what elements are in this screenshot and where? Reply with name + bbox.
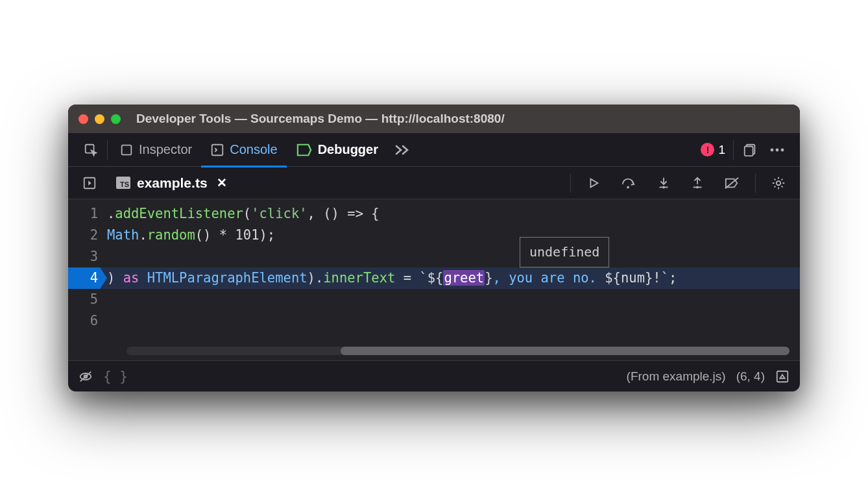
error-badge[interactable]: 1 (695, 143, 730, 157)
line-number-breakpoint[interactable]: 4 (68, 267, 107, 289)
file-tab-name: example.ts (137, 175, 208, 191)
svg-point-7 (781, 148, 784, 151)
separator (107, 140, 108, 160)
line-number[interactable]: 1 (68, 203, 107, 225)
line-number[interactable]: 5 (68, 289, 107, 310)
tab-console[interactable]: Console (201, 133, 286, 167)
status-bar: { } (From example.js) (6, 4) (68, 360, 800, 391)
blackbox-icon[interactable] (78, 360, 93, 392)
code-line[interactable]: 6 (68, 310, 800, 332)
code-line[interactable]: 2 Math.random() * 101); (68, 225, 800, 246)
separator (755, 173, 756, 193)
minimize-window-button[interactable] (95, 114, 104, 124)
zoom-window-button[interactable] (111, 114, 121, 124)
tab-console-label: Console (230, 142, 277, 157)
code-line[interactable]: 5 (68, 289, 800, 310)
code-content[interactable]: Math.random() * 101); (107, 225, 800, 246)
deactivate-breakpoints-button[interactable] (717, 176, 746, 190)
debugger-settings-button[interactable] (765, 176, 792, 190)
error-icon (701, 143, 714, 156)
svg-point-10 (662, 186, 665, 188)
close-tab-icon[interactable]: ✕ (217, 175, 227, 190)
tab-debugger[interactable]: Debugger (287, 133, 387, 167)
tab-inspector-label: Inspector (139, 142, 192, 157)
source-map-icon[interactable] (775, 360, 790, 392)
window-controls (78, 114, 121, 124)
overflow-tabs-icon[interactable] (387, 133, 417, 167)
tab-inspector[interactable]: Inspector (110, 133, 201, 167)
code-line[interactable]: 3 (68, 246, 800, 267)
dock-mode-icon[interactable] (736, 133, 764, 167)
svg-point-11 (696, 186, 699, 188)
step-over-button[interactable] (614, 176, 644, 190)
code-line[interactable]: 1 .addEventListener('click', () => { (68, 203, 800, 225)
resume-button[interactable] (580, 176, 607, 190)
code-content[interactable] (107, 289, 800, 310)
variable-tooltip: undefined (520, 237, 609, 267)
svg-point-12 (777, 180, 780, 184)
devtools-window: Developer Tools — Sourcemaps Demo — http… (68, 105, 800, 391)
hover-token-greet[interactable]: greet (443, 270, 485, 286)
devtools-toolbar: Inspector Console Debugger 1 (68, 133, 800, 167)
error-count: 1 (718, 143, 725, 157)
horizontal-scrollbar[interactable] (127, 347, 790, 355)
svg-point-5 (771, 148, 774, 151)
kebab-menu-icon[interactable] (764, 133, 791, 167)
scrollbar-thumb[interactable] (341, 347, 790, 355)
window-title: Developer Tools — Sourcemaps Demo — http… (136, 112, 505, 126)
step-in-button[interactable] (650, 176, 677, 190)
line-number[interactable]: 6 (68, 310, 107, 332)
separator (733, 140, 734, 160)
pick-element-icon[interactable] (77, 133, 104, 167)
file-tab-example-ts[interactable]: TS example.ts ✕ (110, 175, 234, 191)
separator (570, 173, 571, 193)
source-mapped-from: (From example.js) (627, 369, 726, 384)
pretty-print-icon[interactable]: { } (103, 360, 128, 392)
svg-rect-15 (777, 371, 788, 382)
svg-rect-1 (122, 145, 132, 155)
svg-point-9 (627, 186, 629, 188)
close-window-button[interactable] (78, 114, 88, 124)
svg-point-6 (776, 148, 779, 151)
code-content[interactable]: ) as HTMLParagraphElement).innerText = `… (107, 267, 800, 289)
debugger-subtoolbar: TS example.ts ✕ (68, 167, 800, 199)
typescript-badge-icon: TS (116, 177, 130, 189)
svg-rect-4 (745, 146, 753, 156)
code-line-breakpoint[interactable]: 4 ) as HTMLParagraphElement).innerText =… (68, 267, 800, 289)
line-number[interactable]: 3 (68, 246, 107, 267)
code-editor[interactable]: 1 .addEventListener('click', () => { 2 M… (68, 199, 800, 360)
code-content[interactable]: .addEventListener('click', () => { (107, 203, 800, 225)
cursor-position: (6, 4) (736, 369, 765, 384)
code-content[interactable] (107, 246, 800, 267)
titlebar[interactable]: Developer Tools — Sourcemaps Demo — http… (68, 105, 800, 133)
step-out-button[interactable] (684, 176, 711, 190)
line-number[interactable]: 2 (68, 225, 107, 246)
sources-tree-toggle-icon[interactable] (76, 166, 103, 200)
code-content[interactable] (107, 310, 800, 332)
tab-debugger-label: Debugger (318, 142, 378, 157)
